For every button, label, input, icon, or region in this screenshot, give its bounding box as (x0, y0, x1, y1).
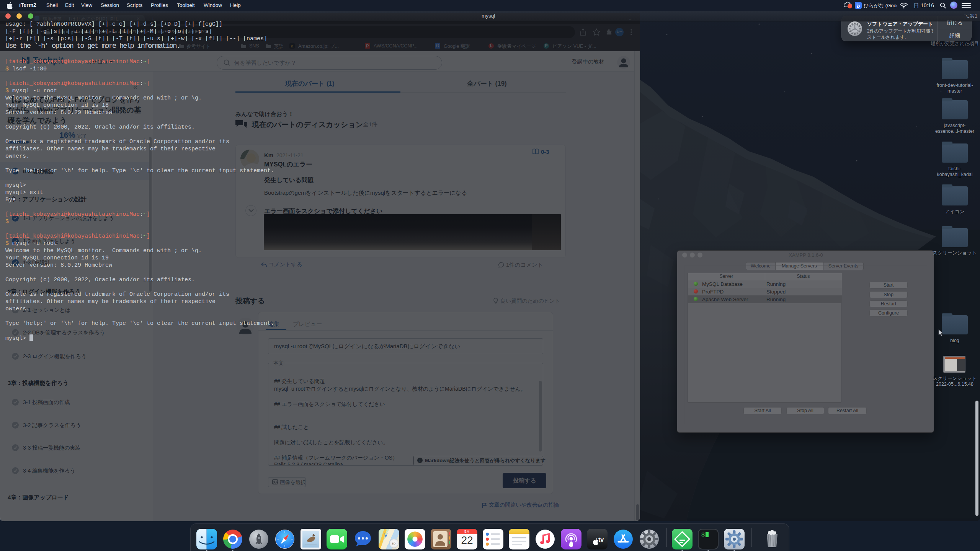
svg-text:tv: tv (598, 536, 604, 543)
